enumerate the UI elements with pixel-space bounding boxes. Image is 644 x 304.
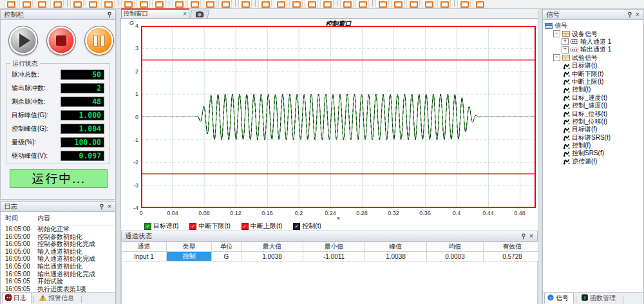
tree-expander[interactable]: − [553, 30, 560, 37]
tab-label: 日志 [14, 294, 26, 303]
toolbar-icon-export[interactable] [70, 0, 84, 8]
camera-icon [196, 11, 204, 17]
pin-icon[interactable] [626, 11, 634, 19]
left-splitter[interactable] [116, 9, 120, 304]
status-field-value: 50 [61, 70, 104, 80]
log-row[interactable]: 16:05:00输入通道初始化 [1, 248, 115, 256]
plot-area[interactable] [141, 26, 536, 208]
tree-expander[interactable]: − [553, 54, 560, 61]
tree-item[interactable]: 目标_位移(t) [543, 109, 643, 117]
tab-close-icon[interactable]: × [183, 10, 187, 17]
tab-snapshot[interactable] [190, 10, 210, 18]
toolbar-icon-link-remove[interactable] [355, 0, 369, 8]
toolbar-icon-save-all[interactable] [50, 0, 64, 8]
toolbar-icon-clock[interactable] [152, 0, 166, 8]
tree-item[interactable]: 信号 [543, 22, 643, 30]
toolbar-icon-favorite[interactable] [121, 0, 135, 8]
legend-item[interactable]: ✓中断上限(t) [242, 222, 282, 231]
pin-icon[interactable] [106, 11, 113, 19]
log-row[interactable]: 16:05:00输入通道初始化完成 [1, 255, 115, 263]
legend-checkbox[interactable]: ✓ [189, 223, 196, 230]
tree-item[interactable]: 控制SRS(f) [543, 149, 643, 157]
log-row[interactable]: 16:05:00输出通道初始化 [1, 263, 115, 271]
toolbar-icon-chart-report[interactable] [305, 0, 318, 8]
start-button[interactable] [8, 26, 38, 55]
tree-item[interactable]: 目标谱SRS(f) [543, 133, 643, 141]
status-field-value: 100.00 [61, 137, 104, 147]
legend-checkbox[interactable]: ✓ [293, 223, 300, 230]
tree-item[interactable]: 逆传递(f) [543, 158, 643, 166]
toolbar-icon-layout-rows[interactable] [289, 0, 303, 8]
legend-item[interactable]: ✓目标谱(t) [144, 222, 178, 231]
toolbar-icon-function[interactable] [218, 0, 232, 8]
toolbar-icon-fit-page[interactable] [406, 0, 420, 8]
pin-icon[interactable] [98, 203, 106, 211]
toolbar-icon-zoom-in[interactable] [422, 0, 435, 8]
close-icon[interactable]: × [106, 203, 113, 211]
signal-tree: 信号−设备信号+输入通道 1+输出通道 1−试验信号目标谱(t)中断下限(t)中… [542, 20, 644, 293]
toolbar-icon-signal-L1[interactable] [172, 0, 185, 8]
tree-item[interactable]: +输入通道 1 [543, 38, 643, 46]
log-row[interactable]: 16:05:00初始化正常 [1, 225, 115, 233]
pin-icon[interactable] [520, 233, 527, 240]
toolbar-icon-print[interactable] [86, 0, 99, 8]
toolbar-icon-signal-L2[interactable] [187, 0, 201, 8]
log-row[interactable]: 16:05:00控制参数初始化 [1, 233, 115, 241]
log-tab-1[interactable]: 日志 [2, 292, 32, 304]
tab-control-window[interactable]: 控制窗口 × [121, 8, 189, 18]
toolbar-icon-new[interactable] [4, 0, 17, 8]
legend-checkbox[interactable]: ✓ [144, 223, 151, 230]
tree-item[interactable]: +输出通道 1 [543, 46, 643, 53]
legend-checkbox[interactable]: ✓ [242, 223, 249, 230]
log-content: 控制参数初始化 [37, 233, 82, 241]
tree-item[interactable]: 控制_位移(t) [543, 118, 643, 126]
toolbar-icon-chart-edit[interactable] [320, 0, 334, 8]
toolbar-icon-save[interactable] [35, 0, 48, 8]
log-time: 16:05:00 [1, 233, 37, 241]
toolbar-icon-open[interactable] [19, 0, 33, 8]
legend-item[interactable]: ✓控制(t) [293, 222, 321, 231]
close-icon[interactable]: × [634, 11, 641, 19]
toolbar-icon-waveform[interactable] [238, 0, 252, 8]
signal-tab-2[interactable]: f函数管理 [578, 292, 621, 304]
toolbar-icon-layout-grid[interactable] [274, 0, 287, 8]
toolbar-icon-fit-vertical[interactable] [391, 0, 404, 8]
tree-expander[interactable]: + [562, 46, 569, 53]
log-row[interactable]: 16:05:00控制参数初始化完成 [1, 240, 115, 248]
tree-item[interactable]: 目标_速度(t) [543, 94, 643, 102]
log-row[interactable]: 16:05:00输出通道初始化完成 [1, 271, 115, 278]
toolbar-icon-close-doc[interactable] [473, 0, 486, 8]
log-col-time: 时间 [1, 214, 37, 223]
log-row[interactable]: 16:05:05执行进度表第1项 [1, 285, 115, 293]
left-column: 控制栏 运行状态 脉冲总数:50输出脉冲数:2剩余脉冲数:48目标峰值(G):1… [0, 9, 116, 304]
log-row[interactable]: 16:05:05开始试验 [1, 278, 115, 285]
tree-item[interactable]: −设备信号 [543, 30, 643, 37]
tree-item[interactable]: 目标谱(f) [543, 126, 643, 133]
channel-row[interactable]: Input 1控制G1.0038-1.00111.00380.00030.572… [122, 252, 542, 261]
pause-button[interactable] [84, 26, 114, 55]
tree-item[interactable]: 控制_速度(t) [543, 102, 643, 109]
toolbar-icon-zoom-out[interactable] [437, 0, 451, 8]
toolbar-separator [67, 0, 68, 6]
log-time: 16:05:05 [1, 278, 37, 285]
legend-item[interactable]: ✓中断下限(t) [189, 222, 230, 231]
toolbar-icon-preview[interactable] [101, 0, 115, 8]
signal-tab-1[interactable]: i信号 [544, 292, 574, 304]
log-tab-2[interactable]: 报警信息 [36, 292, 79, 304]
toolbar-icon-signal-L3[interactable] [203, 0, 216, 8]
tree-item[interactable]: −试验信号 [543, 54, 643, 62]
close-icon[interactable]: × [527, 233, 535, 240]
toolbar-icon-fit-horizontal[interactable] [375, 0, 389, 8]
toolbar-icon-layout-columns[interactable] [258, 0, 272, 8]
tree-item[interactable]: 中断上限(t) [543, 78, 643, 86]
tree-item[interactable]: 中断下限(t) [543, 70, 643, 77]
stop-button[interactable] [46, 26, 76, 55]
tree-expander[interactable]: + [562, 38, 569, 45]
toolbar-icon-undo[interactable] [457, 0, 471, 8]
toolbar-icon-link-add[interactable] [340, 0, 354, 8]
tree-item[interactable]: 控制(f) [543, 142, 643, 149]
tree-item[interactable]: 目标谱(t) [543, 62, 643, 70]
tree-item[interactable]: 控制(t) [543, 86, 643, 93]
toolbar-icon-gauge[interactable] [137, 0, 150, 8]
right-splitter[interactable] [538, 9, 542, 304]
